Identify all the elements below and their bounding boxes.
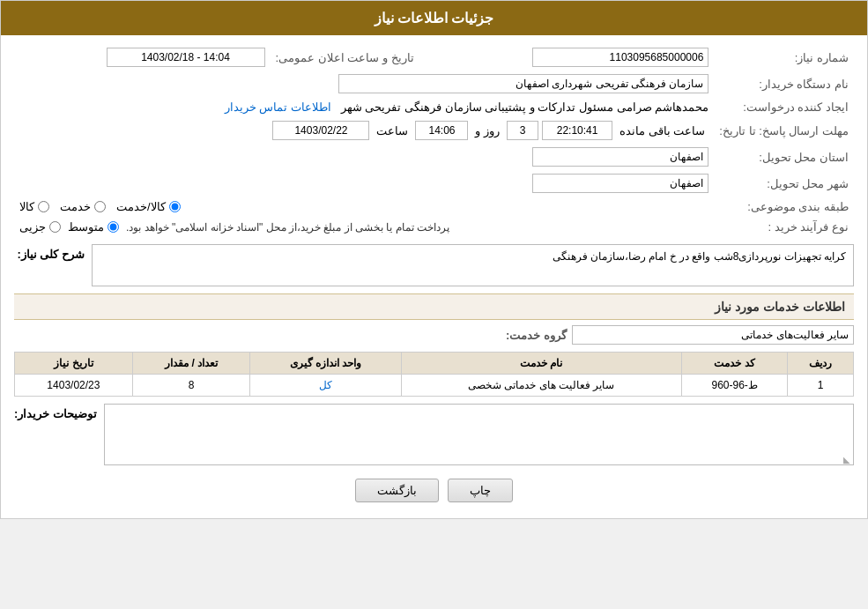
deadline-days-label: روز و <box>475 124 500 137</box>
buyer-notes-container: ◣ <box>104 404 854 468</box>
table-row: مهلت ارسال پاسخ: تا تاریخ: ساعت روز و سا… <box>14 117 854 144</box>
process-row: جزیی متوسط پرداخت تمام یا بخشی از مبلغ خ… <box>14 217 714 237</box>
khadamat-text: خدمت <box>60 200 91 213</box>
deadline-remaining-input[interactable] <box>542 121 612 140</box>
th-date: تاریخ نیاز <box>15 353 133 375</box>
order-number-value <box>432 44 715 71</box>
buyer-notes-label: توضیحات خریدار: <box>14 404 97 420</box>
category-radio-group: کالا خدمت کالا/خدمت <box>14 197 714 217</box>
page-wrapper: جزئیات اطلاعات نیاز شماره نیاز: تاریخ و … <box>0 0 868 519</box>
category-label: طبقه بندی موضوعی: <box>714 197 854 217</box>
table-row: ایجاد کننده درخواست: محمدهاشم صرامی مسئو… <box>14 97 854 117</box>
announce-date-input[interactable] <box>107 48 265 67</box>
th-quantity: تعداد / مقدار <box>132 353 250 375</box>
radio-motovaset-label: متوسط <box>68 220 119 234</box>
table-row: شماره نیاز: تاریخ و ساعت اعلان عمومی: <box>14 44 854 71</box>
table-row: نوع فرآیند خرید : جزیی متوسط پرداخت تمام… <box>14 217 854 237</box>
city-label: شهر محل تحویل: <box>714 170 854 197</box>
table-row: 1ط-96-960سایر فعالیت های خدماتی شخصیکل81… <box>15 375 854 397</box>
radio-motovaset[interactable] <box>108 221 119 233</box>
radio-kala-label: کالا <box>19 200 49 213</box>
page-header: جزئیات اطلاعات نیاز <box>1 1 867 35</box>
creator-link[interactable]: اطلاعات تماس خریدار <box>225 100 331 114</box>
radio-jazei-label: جزیی <box>19 220 61 234</box>
order-number-label: شماره نیاز: <box>714 44 854 71</box>
buyer-org-value <box>14 71 714 97</box>
kala-khadamat-text: کالا/خدمت <box>116 200 166 213</box>
deadline-time-input[interactable] <box>415 121 468 140</box>
th-code: کد خدمت <box>681 353 787 375</box>
deadline-date-input[interactable] <box>272 121 369 140</box>
services-table: ردیف کد خدمت نام خدمت واحد اندازه گیری ت… <box>14 352 854 397</box>
buyer-org-input[interactable] <box>338 74 708 93</box>
radio-kala-khadamat[interactable] <box>169 201 181 212</box>
service-group-input[interactable] <box>572 325 854 345</box>
td-row: 1 <box>788 375 854 397</box>
buyer-notes-textarea[interactable] <box>104 404 854 465</box>
service-group-row: گروه خدمت: <box>14 325 854 345</box>
td-code: ط-96-960 <box>681 375 787 397</box>
announce-date-label: تاریخ و ساعت اعلان عمومی: <box>271 44 432 71</box>
content: شماره نیاز: تاریخ و ساعت اعلان عمومی: نا… <box>1 35 867 518</box>
deadline-label: مهلت ارسال پاسخ: تا تاریخ: <box>714 117 854 144</box>
td-date: 1403/02/23 <box>15 375 133 397</box>
motovaset-text: متوسط <box>68 220 104 234</box>
table-header-row: ردیف کد خدمت نام خدمت واحد اندازه گیری ت… <box>15 353 854 375</box>
province-label: استان محل تحویل: <box>714 144 854 170</box>
table-row: نام دستگاه خریدار: <box>14 71 854 97</box>
order-number-input[interactable] <box>532 48 708 67</box>
td-name: سایر فعالیت های خدماتی شخصی <box>401 375 681 397</box>
creator-label: ایجاد کننده درخواست: <box>714 97 854 117</box>
deadline-row: ساعت روز و ساعت باقی مانده <box>14 117 714 144</box>
th-row: ردیف <box>788 353 854 375</box>
print-button[interactable]: چاپ <box>448 479 513 502</box>
back-button[interactable]: بازگشت <box>355 479 439 502</box>
radio-jazei[interactable] <box>49 221 61 233</box>
creator-text: محمدهاشم صرامی مسئول تداركات و پشتیبانی … <box>341 100 709 114</box>
th-unit: واحد اندازه گیری <box>250 353 401 375</box>
deadline-time-label: ساعت <box>376 124 408 137</box>
deadline-remaining-label: ساعت باقی مانده <box>619 124 705 137</box>
description-value: کرایه تجهیزات نورپردازی8شب واقع در خ اما… <box>553 250 846 263</box>
province-input[interactable] <box>532 147 708 167</box>
td-quantity: 8 <box>132 375 250 397</box>
th-name: نام خدمت <box>401 353 681 375</box>
province-value <box>14 144 714 170</box>
button-row: چاپ بازگشت <box>14 479 854 502</box>
description-text-box: کرایه تجهیزات نورپردازی8شب واقع در خ اما… <box>92 244 854 286</box>
radio-kala-khadamat-label: کالا/خدمت <box>116 200 181 213</box>
info-table: شماره نیاز: تاریخ و ساعت اعلان عمومی: نا… <box>14 44 854 237</box>
services-section-title: اطلاعات خدمات مورد نیاز <box>14 293 854 320</box>
buyer-org-label: نام دستگاه خریدار: <box>714 71 854 97</box>
description-label: شرح کلی نیاز: <box>14 244 85 261</box>
jazei-text: جزیی <box>19 220 46 234</box>
page-title: جزئیات اطلاعات نیاز <box>375 11 494 26</box>
radio-khadamat[interactable] <box>94 201 106 212</box>
service-group-label: گروه خدمت: <box>496 329 567 342</box>
table-row: شهر محل تحویل: <box>14 170 854 197</box>
description-section: شرح کلی نیاز: ⚠ کرایه تجهیزات نورپردازی8… <box>14 244 854 288</box>
creator-value: محمدهاشم صرامی مسئول تداركات و پشتیبانی … <box>14 97 714 117</box>
radio-kala[interactable] <box>38 201 49 212</box>
announce-date-value <box>14 44 271 71</box>
kala-text: کالا <box>19 200 34 213</box>
table-row: استان محل تحویل: <box>14 144 854 170</box>
table-row: طبقه بندی موضوعی: کالا خدمت کالا/خدمت <box>14 197 854 217</box>
radio-khadamat-label: خدمت <box>60 200 106 213</box>
process-note: پرداخت تمام یا بخشی از مبلغ خرید،از محل … <box>126 221 449 234</box>
city-value <box>14 170 714 197</box>
deadline-days-input[interactable] <box>507 121 538 140</box>
td-unit: کل <box>250 375 401 397</box>
process-label: نوع فرآیند خرید : <box>714 217 854 237</box>
buyer-notes-section: توضیحات خریدار: ◣ <box>14 404 854 468</box>
description-container: ⚠ کرایه تجهیزات نورپردازی8شب واقع در خ ا… <box>92 244 854 288</box>
city-input[interactable] <box>532 174 708 193</box>
